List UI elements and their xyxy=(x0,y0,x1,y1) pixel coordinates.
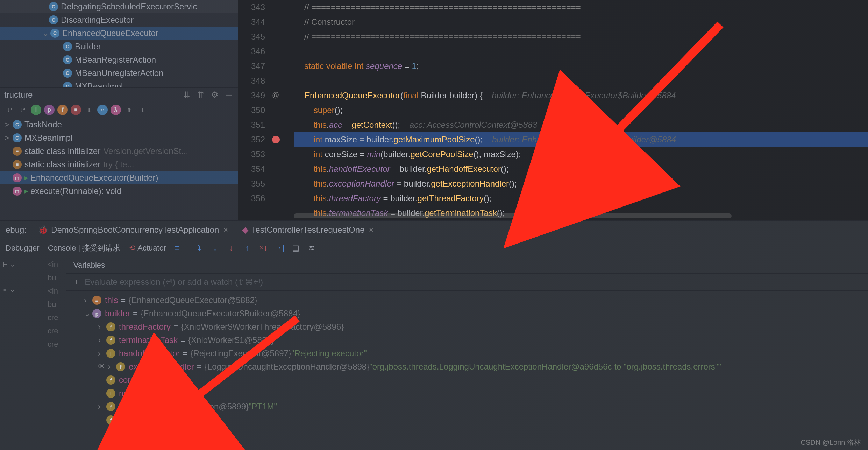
code-line[interactable]: super(); xyxy=(294,103,868,118)
line-number[interactable]: 355 xyxy=(238,176,265,191)
expand-icon[interactable]: › xyxy=(98,402,106,412)
code-line[interactable]: int maxSize = builder.getMaximumPoolSize… xyxy=(294,132,868,147)
code-line[interactable]: this.threadFactory = builder.getThreadFa… xyxy=(294,191,868,206)
line-number[interactable]: 349 xyxy=(238,88,265,103)
code-line[interactable] xyxy=(294,73,868,88)
frame-item[interactable]: cre xyxy=(48,326,64,340)
tab-console[interactable]: Console | 接受到请求 xyxy=(48,243,121,253)
line-number[interactable]: 346 xyxy=(238,44,265,59)
horizontal-scrollbar[interactable] xyxy=(294,213,732,218)
close-icon[interactable]: × xyxy=(369,225,373,235)
tree-item-mxbeanimpl[interactable]: CMXBeanImpl xyxy=(0,80,238,87)
variable-row[interactable]: ›fhandoffExecutor={RejectingExecutor@589… xyxy=(66,347,868,360)
evaluate-icon[interactable]: ▤ xyxy=(291,244,300,253)
expand-icon[interactable]: ⌄ xyxy=(84,309,92,318)
breakpoint-icon[interactable] xyxy=(272,136,280,143)
line-number[interactable]: 350 xyxy=(238,103,265,118)
line-number[interactable]: 343 xyxy=(238,0,265,15)
structure-tree[interactable]: >CTaskNode>CMXBeanImpl≡static class init… xyxy=(0,118,238,220)
filter-property-icon[interactable]: p xyxy=(44,105,55,115)
sort-icon[interactable]: ↓ª xyxy=(4,105,15,115)
frame-item[interactable]: cre xyxy=(48,313,64,326)
variable-row[interactable]: fgrowthResistance=0.0 xyxy=(66,413,868,427)
code-line[interactable] xyxy=(294,44,868,59)
autoscroll-source-icon[interactable]: ⬆ xyxy=(124,105,134,115)
minimize-icon[interactable]: ─ xyxy=(224,90,234,100)
line-number[interactable]: 353 xyxy=(238,147,265,162)
variable-row[interactable]: ›fterminationTask={XnioWorker$1@5836} xyxy=(66,333,868,347)
tree-item-builder[interactable]: CBuilder xyxy=(0,40,238,53)
expand-all-icon[interactable]: ⇊ xyxy=(182,90,192,100)
frame-item[interactable]: <in xyxy=(48,260,64,273)
frame-item[interactable]: bui xyxy=(48,300,64,313)
filter-private-icon[interactable]: ■ xyxy=(71,105,81,115)
variables-tree[interactable]: ›≡this={EnhancedQueueExecutor@5882}⌄pbui… xyxy=(66,291,868,450)
eye-icon[interactable]: 👁 xyxy=(98,362,105,372)
expand-icon[interactable]: > xyxy=(4,133,13,143)
force-step-into-icon[interactable]: ↓ xyxy=(227,244,236,253)
filter-lambda-icon[interactable]: λ xyxy=(111,105,121,115)
layout-icon[interactable]: ≡ xyxy=(175,244,179,253)
collapse-all-icon[interactable]: ⇈ xyxy=(196,90,206,100)
variable-row[interactable]: ›fthreadFactory={XnioWorker$WorkerThread… xyxy=(66,320,868,333)
line-number[interactable]: 356 xyxy=(238,191,265,206)
sort-alpha-icon[interactable]: ↓ª xyxy=(17,105,28,115)
code-line[interactable]: int coreSize = min(builder.getCorePoolSi… xyxy=(294,147,868,162)
tree-item-mbeanregisteraction[interactable]: CMBeanRegisterAction xyxy=(0,53,238,66)
filter-interface-icon[interactable]: i xyxy=(31,105,41,115)
tree-item-mbeanunregisteraction[interactable]: CMBeanUnregisterAction xyxy=(0,66,238,80)
structure-item[interactable]: ≡static class initializertry { te... xyxy=(0,158,238,171)
structure-item[interactable]: ≡static class initializerVersion.getVers… xyxy=(0,145,238,158)
line-number[interactable]: 352 xyxy=(238,132,265,147)
chevron-down-icon[interactable]: ⌄ xyxy=(10,260,16,268)
tree-item-enhancedqueueexecutor[interactable]: ⌄CEnhancedQueueExecutor xyxy=(0,27,238,40)
frame-item[interactable]: <in xyxy=(48,287,64,300)
run-config-test[interactable]: ◆ TestControllerTest.requestOne × xyxy=(239,224,376,236)
expand-icon[interactable]: › xyxy=(98,322,106,332)
tree-item-discardingexecutor[interactable]: CDiscardingExecutor xyxy=(0,13,238,27)
structure-item[interactable]: m▶execute(Runnable): void xyxy=(0,184,238,198)
frame-item[interactable]: cre xyxy=(48,340,64,353)
gear-icon[interactable]: ⚙ xyxy=(210,90,220,100)
chevron-down-icon[interactable]: ⌄ xyxy=(42,28,49,38)
close-icon[interactable]: × xyxy=(223,225,228,235)
evaluate-expression-input[interactable]: + Evaluate expression (⏎) or add a watch… xyxy=(66,274,868,291)
add-watch-icon[interactable]: + xyxy=(73,276,79,288)
variable-row[interactable]: ›fkeepAliveTime={Duration@5899} "PT1M" xyxy=(66,400,868,413)
structure-item[interactable]: m▶EnhancedQueueExecutor(Builder) xyxy=(0,171,238,184)
line-number[interactable]: 344 xyxy=(238,15,265,29)
code-line[interactable]: this.handoffExecutor = builder.getHandof… xyxy=(294,162,868,176)
code-line[interactable]: static volatile int sequence = 1; xyxy=(294,59,868,73)
expand-icon[interactable]: › xyxy=(108,362,116,372)
run-config-app[interactable]: 🐞 DemoSpringBootConcurrencyTestApplicati… xyxy=(35,224,231,236)
code-line[interactable]: this.exceptionHandler = builder.getExcep… xyxy=(294,176,868,191)
variable-row[interactable]: ›≡this={EnhancedQueueExecutor@5882} xyxy=(66,294,868,307)
line-number[interactable]: 348 xyxy=(238,73,265,88)
code-line[interactable]: this.acc = getContext(); acc: AccessCont… xyxy=(294,118,868,132)
frame-item[interactable]: bui xyxy=(48,273,64,287)
override-icon[interactable]: @ xyxy=(272,91,279,99)
filter-inherited-icon[interactable]: ⬇ xyxy=(84,105,94,115)
filter-anonymous-icon[interactable]: ○ xyxy=(97,105,108,115)
line-number[interactable]: 345 xyxy=(238,29,265,44)
project-tree[interactable]: CDelegatingScheduledExecutorServicCDisca… xyxy=(0,0,238,87)
drop-frame-icon[interactable]: ×↓ xyxy=(259,244,268,253)
line-number[interactable]: 351 xyxy=(238,118,265,132)
structure-item[interactable]: >CMXBeanImpl xyxy=(0,131,238,145)
line-number[interactable]: 354 xyxy=(238,162,265,176)
variable-row[interactable]: 👁›fexceptionHandler={LoggingUncaughtExce… xyxy=(66,360,868,373)
code-line[interactable]: // =====================================… xyxy=(294,0,868,15)
variable-row[interactable]: fcoreSize=64 xyxy=(66,373,868,387)
structure-item[interactable]: >CTaskNode xyxy=(0,118,238,131)
code-line[interactable]: // Constructor xyxy=(294,15,868,29)
tab-debugger[interactable]: Debugger xyxy=(6,244,40,253)
expand-icon[interactable]: › xyxy=(98,349,106,358)
code-line[interactable]: // =====================================… xyxy=(294,29,868,44)
trace-icon[interactable]: ≋ xyxy=(307,244,316,253)
code-line[interactable]: EnhancedQueueExecutor(final Builder buil… xyxy=(294,88,868,103)
code-editor[interactable]: 3433443453463473483493503513523533543553… xyxy=(238,0,868,220)
autoscroll-from-icon[interactable]: ⬇ xyxy=(137,105,148,115)
line-number[interactable]: 347 xyxy=(238,59,265,73)
expand-icon[interactable]: › xyxy=(98,335,106,345)
variable-row[interactable]: fmaxSize=64 xyxy=(66,387,868,400)
